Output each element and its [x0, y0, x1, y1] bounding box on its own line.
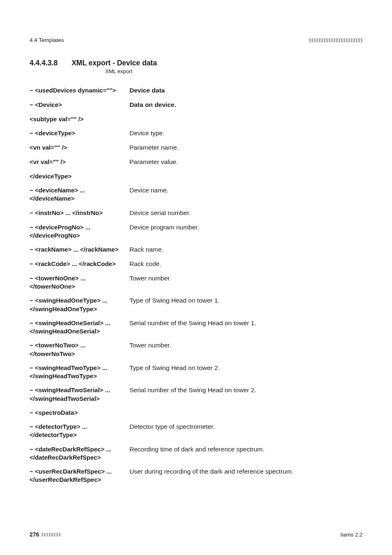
- xml-code-cell: − <deviceName> ... </deviceName>: [30, 183, 129, 206]
- xml-code-cell: − <detectorType> ... </detectorType>: [30, 420, 129, 442]
- description-cell: Recording time of dark and reference spe…: [129, 442, 362, 465]
- page-header: 4.4 Templates: [30, 37, 362, 43]
- description-cell: Type of Swing Head on tower 2.: [129, 361, 362, 384]
- xml-code-cell: − <dateRecDarkRefSpec> ... </dateRecDark…: [30, 442, 129, 465]
- table-row: − <userRecDarkRefSpec> ... </userRecDark…: [30, 465, 362, 487]
- xml-code-cell: − <swingHeadOneSerial> ... </swingHeadOn…: [30, 316, 129, 339]
- xml-code-cell: − <userRecDarkRefSpec> ... </userRecDark…: [30, 465, 129, 487]
- section-heading: 4.4.4.3.8 XML export - Device data: [30, 59, 362, 67]
- table-row: <vn val="" />Parameter name.: [30, 141, 362, 155]
- xml-code-cell: </deviceType>: [30, 169, 129, 183]
- xml-code-cell: − <swingHeadTwoSerial> ... </swingHeadTw…: [30, 383, 129, 406]
- xml-code-cell: − <instrNo> ... </instrNo>: [30, 206, 129, 220]
- description-cell: Rack name.: [129, 243, 362, 257]
- section-title: XML export - Device data: [71, 59, 157, 67]
- table-row: <subtype val="" />: [30, 112, 362, 126]
- xml-code-cell: − <towerNoOne> ... </towerNoOne>: [30, 271, 129, 294]
- xml-code-cell: − <Device>: [30, 98, 129, 112]
- table-row: − <swingHeadTwoSerial> ... </swingHeadTw…: [30, 383, 362, 406]
- footer-page-group: 276: [30, 531, 60, 538]
- description-cell: Rack code.: [129, 257, 362, 271]
- table-row: − <deviceName> ... </deviceName>Device n…: [30, 183, 362, 206]
- description-cell: Device type.: [129, 126, 362, 141]
- table-row: − <swingHeadTwoType> ... </swingHeadTwoT…: [30, 361, 362, 384]
- header-decoration-bars: [309, 38, 362, 42]
- description-cell: Detector type of spectrometer.: [129, 420, 362, 442]
- xml-code-cell: − <swingHeadTwoType> ... </swingHeadTwoT…: [30, 361, 129, 384]
- description-cell: Device data: [129, 83, 362, 98]
- description-cell: Tower number.: [129, 271, 362, 294]
- description-cell: Device program number.: [129, 220, 362, 243]
- table-row: − <dateRecDarkRefSpec> ... </dateRecDark…: [30, 442, 362, 465]
- table-row: − <towerNoTwo> ... </towerNoTwo>Tower nu…: [30, 338, 362, 361]
- xml-code-cell: − <rackCode> ... </rackCode>: [30, 257, 129, 271]
- description-cell: Serial number of the Swing Head on tower…: [129, 316, 362, 339]
- xml-code-cell: <vn val="" />: [30, 141, 129, 155]
- xml-code-cell: − <rackName> ... </rackName>: [30, 243, 129, 257]
- table-row: − <spectroData>: [30, 406, 362, 420]
- description-cell: [129, 112, 362, 126]
- table-row: − <towerNoOne> ... </towerNoOne>Tower nu…: [30, 271, 362, 294]
- description-cell: [129, 169, 362, 183]
- page-footer: 276 tiamo 2.2: [30, 531, 362, 538]
- description-cell: Device serial number.: [129, 206, 362, 220]
- section-subtitle: XML export: [105, 68, 362, 74]
- xml-code-cell: − <deviceType>: [30, 126, 129, 141]
- description-cell: Parameter value.: [129, 155, 362, 169]
- table-row: − <swingHeadOneType> ... </swingHeadOneT…: [30, 294, 362, 316]
- table-row: <vr val="" />Parameter value.: [30, 155, 362, 169]
- table-row: </deviceType>: [30, 169, 362, 183]
- xml-code-cell: − <deviceProgNo> ... </deviceProgNo>: [30, 220, 129, 243]
- description-cell: Serial number of the Swing Head on tower…: [129, 383, 362, 406]
- table-row: − <rackCode> ... </rackCode>Rack code.: [30, 257, 362, 271]
- xml-code-cell: − <swingHeadOneType> ... </swingHeadOneT…: [30, 294, 129, 316]
- description-cell: Device name.: [129, 183, 362, 206]
- table-row: − <detectorType> ... </detectorType>Dete…: [30, 420, 362, 442]
- xml-code-cell: − <towerNoTwo> ... </towerNoTwo>: [30, 338, 129, 361]
- table-row: − <swingHeadOneSerial> ... </swingHeadOn…: [30, 316, 362, 339]
- page-number: 276: [30, 531, 39, 538]
- description-cell: Tower number.: [129, 338, 362, 361]
- table-row: − <Device>Data on device.: [30, 98, 362, 112]
- xml-definition-table: − <usedDevices dynamic="">Device data− <…: [30, 83, 362, 487]
- xml-code-cell: − <spectroData>: [30, 406, 129, 420]
- xml-code-cell: − <usedDevices dynamic="">: [30, 83, 129, 98]
- footer-decoration-bars: [42, 533, 60, 536]
- table-row: − <deviceType>Device type.: [30, 126, 362, 141]
- table-row: − <instrNo> ... </instrNo>Device serial …: [30, 206, 362, 220]
- footer-app-label: tiamo 2.2: [341, 532, 362, 538]
- description-cell: Parameter name.: [129, 141, 362, 155]
- description-cell: Type of Swing Head on tower 1.: [129, 294, 362, 316]
- table-row: − <deviceProgNo> ... </deviceProgNo>Devi…: [30, 220, 362, 243]
- xml-code-cell: <vr val="" />: [30, 155, 129, 169]
- xml-code-cell: <subtype val="" />: [30, 112, 129, 126]
- description-cell: [129, 406, 362, 420]
- description-cell: Data on device.: [129, 98, 362, 112]
- header-section-label: 4.4 Templates: [30, 37, 64, 43]
- section-number: 4.4.4.3.8: [30, 59, 58, 67]
- description-cell: User during recording of the dark and re…: [129, 465, 362, 487]
- table-row: − <rackName> ... </rackName>Rack name.: [30, 243, 362, 257]
- table-row: − <usedDevices dynamic="">Device data: [30, 83, 362, 98]
